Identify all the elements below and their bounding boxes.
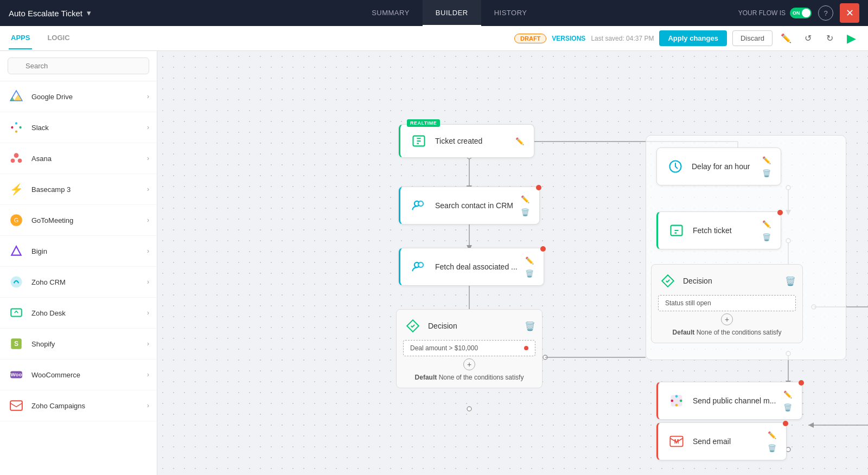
tab-apps[interactable]: APPS: [9, 27, 32, 49]
decision-right-default: Default None of the conditions satisfy: [658, 329, 796, 336]
slack-label: Slack: [31, 124, 147, 132]
svg-rect-60: [680, 400, 682, 402]
canvas[interactable]: REALTIME Ticket created ✏️ Search contac…: [157, 51, 868, 475]
zoho-crm-icon: [8, 273, 25, 291]
delay-delete[interactable]: 🗑️: [761, 168, 772, 178]
decision-left-default: Default None of the conditions satisfy: [403, 374, 535, 381]
flow-title: Auto Escalate Ticket ▾: [9, 8, 161, 18]
add-condition-right[interactable]: +: [658, 313, 796, 325]
flow-toggle[interactable]: ON: [790, 8, 812, 18]
realtime-badge: REALTIME: [407, 119, 440, 127]
svg-point-29: [543, 355, 547, 360]
svg-rect-3: [11, 126, 13, 129]
fetch-deal-delete[interactable]: 🗑️: [524, 268, 535, 279]
close-button[interactable]: ✕: [840, 3, 859, 23]
sub-nav: APPS LOGIC DRAFT VERSIONS Last saved: 04…: [0, 26, 868, 51]
sidebar-item-shopify[interactable]: S Shopify ›: [0, 329, 157, 360]
sidebar-item-zoho-campaigns[interactable]: Zoho Campaigns ›: [0, 390, 157, 421]
sidebar-item-gotomeeting[interactable]: G GoToMeeting ›: [0, 205, 157, 236]
fetch-deal-icon: [409, 257, 429, 277]
send-public-node[interactable]: Send public channel m... ✏️ 🗑️: [656, 382, 802, 420]
help-button[interactable]: ?: [818, 5, 833, 21]
fetch-ticket-edit[interactable]: ✏️: [761, 219, 772, 229]
shopify-label: Shopify: [31, 340, 147, 348]
fetch-deal-node[interactable]: Fetch deal associated ... ✏️ 🗑️: [399, 248, 544, 286]
versions-link[interactable]: VERSIONS: [552, 35, 585, 42]
zoho-crm-label: Zoho CRM: [31, 278, 147, 286]
tab-builder[interactable]: BUILDER: [423, 0, 481, 26]
fetch-deal-edit[interactable]: ✏️: [524, 255, 535, 266]
sidebar-item-asana[interactable]: Asana ›: [0, 143, 157, 174]
flow-status-label: YOUR FLOW IS: [738, 9, 786, 17]
fetch-deal-actions: ✏️ 🗑️: [524, 255, 535, 279]
delay-actions: ✏️ 🗑️: [761, 155, 772, 178]
gotomeeting-chevron: ›: [147, 216, 149, 224]
search-contact-error: [536, 185, 541, 190]
zoho-crm-chevron: ›: [147, 278, 149, 286]
delay-icon: [666, 157, 685, 176]
send-email-icon: M: [667, 432, 686, 451]
apply-changes-button[interactable]: Apply changes: [659, 30, 726, 46]
play-icon[interactable]: ▶: [843, 30, 859, 47]
tab-summary[interactable]: SUMMARY: [359, 0, 423, 26]
sidebar-item-google-drive[interactable]: Google Drive ›: [0, 81, 157, 112]
decision-left-condition[interactable]: Deal amount > $10,000: [403, 340, 535, 356]
ticket-created-node[interactable]: REALTIME Ticket created ✏️: [399, 124, 534, 158]
redo-icon[interactable]: ↻: [821, 30, 838, 47]
search-contact-node[interactable]: Search contact in CRM ✏️ 🗑️: [399, 187, 540, 224]
shopify-chevron: ›: [147, 340, 149, 348]
decision-right-condition[interactable]: Status still open: [658, 295, 796, 311]
decision-left-delete[interactable]: 🗑️: [525, 321, 535, 331]
zoho-campaigns-icon: [8, 397, 25, 414]
decision-right-node[interactable]: Decision 🗑️ Status still open + Default …: [651, 264, 803, 343]
zoho-desk-label: Zoho Desk: [31, 309, 147, 317]
basecamp-label: Basecamp 3: [31, 185, 147, 194]
decision-left-node[interactable]: Decision 🗑️ Deal amount > $10,000 + Defa…: [396, 309, 542, 388]
svg-point-53: [418, 201, 423, 206]
nav-tabs: SUMMARY BUILDER HISTORY: [161, 0, 738, 26]
edit-icon[interactable]: ✏️: [778, 30, 794, 47]
sidebar-item-zoho-desk[interactable]: Zoho Desk ›: [0, 298, 157, 329]
search-contact-edit[interactable]: ✏️: [520, 194, 531, 204]
send-email-delete[interactable]: 🗑️: [767, 442, 777, 453]
search-contact-delete[interactable]: 🗑️: [520, 207, 531, 217]
slack-icon: [8, 119, 25, 136]
send-public-edit[interactable]: ✏️: [782, 389, 793, 400]
undo-icon[interactable]: ↺: [800, 30, 816, 47]
send-email-edit[interactable]: ✏️: [767, 429, 777, 440]
default-label-left: Default: [415, 374, 437, 381]
sidebar-item-basecamp[interactable]: ⚡ Basecamp 3 ›: [0, 174, 157, 205]
fetch-ticket-icon: [667, 221, 686, 240]
tab-history[interactable]: HISTORY: [481, 0, 540, 26]
add-condition-left[interactable]: +: [403, 358, 535, 370]
svg-text:G: G: [14, 217, 18, 223]
send-public-actions: ✏️ 🗑️: [782, 389, 793, 413]
svg-rect-5: [19, 126, 21, 129]
delay-node[interactable]: Delay for an hour ✏️ 🗑️: [656, 147, 781, 185]
tab-logic[interactable]: LOGIC: [45, 27, 72, 49]
svg-text:M: M: [674, 438, 679, 445]
svg-marker-1: [14, 94, 22, 101]
svg-marker-50: [808, 422, 814, 428]
send-public-delete[interactable]: 🗑️: [782, 402, 793, 413]
search-input[interactable]: [8, 57, 149, 74]
ticket-created-label: Ticket created: [435, 137, 508, 145]
svg-point-9: [18, 159, 22, 163]
ticket-created-edit[interactable]: ✏️: [514, 136, 525, 146]
fetch-ticket-delete[interactable]: 🗑️: [761, 232, 772, 242]
decision-left-icon: [403, 316, 423, 336]
svg-rect-61: [675, 404, 678, 407]
send-public-error: [799, 380, 804, 386]
delay-edit[interactable]: ✏️: [761, 155, 772, 165]
fetch-ticket-label: Fetch ticket: [693, 226, 755, 235]
svg-marker-12: [11, 246, 21, 255]
send-email-node[interactable]: M Send email ✏️ 🗑️: [656, 422, 787, 460]
fetch-ticket-node[interactable]: Fetch ticket ✏️ 🗑️: [656, 211, 781, 249]
sidebar-item-slack[interactable]: Slack ›: [0, 112, 157, 143]
title-chevron[interactable]: ▾: [87, 8, 91, 18]
sidebar-item-bigin[interactable]: Bigin ›: [0, 236, 157, 267]
discard-button[interactable]: Discard: [732, 30, 773, 46]
decision-right-delete[interactable]: 🗑️: [785, 276, 796, 286]
sidebar-item-woocommerce[interactable]: Woo WooCommerce ›: [0, 360, 157, 390]
sidebar-item-zoho-crm[interactable]: Zoho CRM ›: [0, 267, 157, 298]
